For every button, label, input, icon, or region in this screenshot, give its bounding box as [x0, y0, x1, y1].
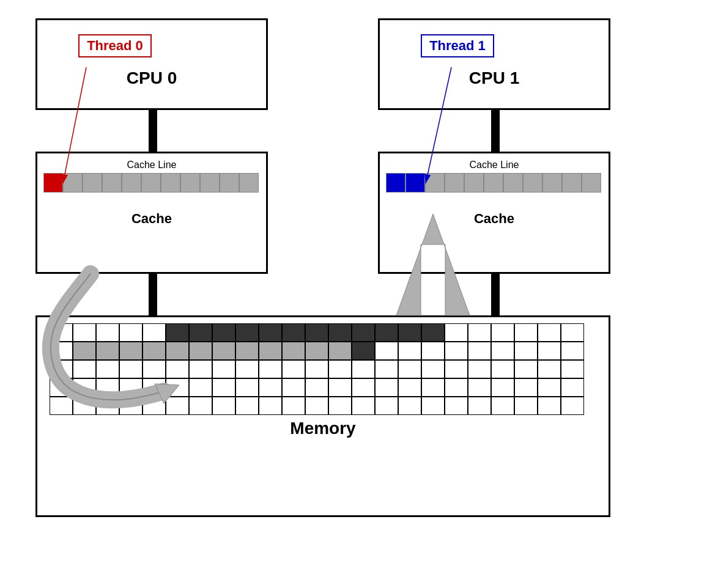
cache1-cell-3: [464, 173, 484, 193]
cache1-cell-6: [523, 173, 542, 193]
cache0-cell-4: [122, 173, 141, 193]
mem-row-2: [50, 342, 596, 360]
memory-grid: [50, 323, 596, 415]
cache1-cell-8: [562, 173, 582, 193]
cache1-cell-1: [425, 173, 445, 193]
cache1-cell-9: [582, 173, 601, 193]
cache1-cell-2: [445, 173, 464, 193]
connector-cache0-mem: [149, 274, 157, 317]
cache0-cell-7: [180, 173, 200, 193]
cache0-line-label: Cache Line: [43, 160, 260, 171]
cache0-cell-9: [220, 173, 239, 193]
cache0-cell-6: [161, 173, 180, 193]
mem-row-5: [50, 397, 596, 415]
cache0-cell-5: [141, 173, 161, 193]
cache0-cell-8: [200, 173, 220, 193]
cache0-cell-10: [239, 173, 259, 193]
mem-row-3: [50, 360, 596, 378]
connector-cpu0-cache0: [149, 110, 157, 153]
mem-row-4: [50, 378, 596, 397]
cache1-line-label: Cache Line: [386, 160, 602, 171]
cache1-cell-4: [484, 173, 503, 193]
cache0-cell-1: [63, 173, 83, 193]
cache0-cell-red: [43, 173, 63, 193]
cache1-cell-blue: [386, 173, 405, 193]
cache1-line-row: [386, 173, 602, 193]
cpu0-label: CPU 0: [127, 68, 177, 88]
memory-label: Memory: [50, 419, 596, 438]
connector-cpu1-cache1: [491, 110, 500, 153]
cache0-line-row: [43, 173, 260, 193]
cache1-box: Cache Line Cache: [378, 152, 610, 274]
thread1-label: Thread 1: [421, 34, 494, 57]
cache0-cell-2: [83, 173, 102, 193]
cache0-box: Cache Line Cache: [35, 152, 268, 274]
cache1-cell-blue2: [405, 173, 425, 193]
cpu1-label: CPU 1: [469, 68, 519, 88]
memory-box: Memory: [35, 315, 610, 517]
connector-cache1-mem: [491, 274, 500, 317]
cache0-cell-3: [102, 173, 122, 193]
cache1-label: Cache: [386, 211, 602, 227]
mem-row-1: [50, 323, 596, 342]
cache1-cell-7: [542, 173, 562, 193]
cache0-label: Cache: [43, 211, 260, 227]
cpu0-box: Thread 0 CPU 0: [35, 18, 268, 110]
cache1-cell-5: [503, 173, 523, 193]
thread0-label: Thread 0: [78, 34, 152, 57]
cpu1-box: Thread 1 CPU 1: [378, 18, 610, 110]
